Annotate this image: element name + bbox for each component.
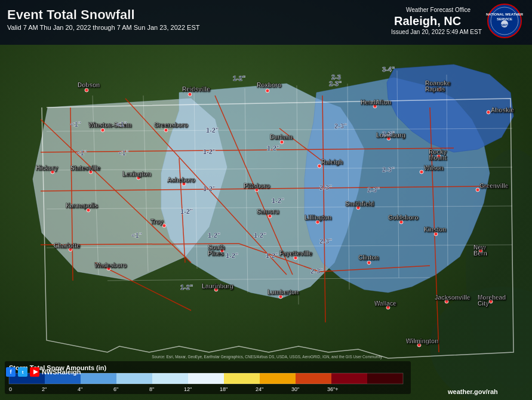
svg-text:1-2": 1-2" xyxy=(203,148,216,155)
svg-text:Fayetteville: Fayetteville xyxy=(279,250,312,257)
svg-text:Smithfield: Smithfield xyxy=(345,201,374,207)
svg-text:18": 18" xyxy=(220,386,227,392)
svg-text:NATIONAL WEATHER: NATIONAL WEATHER xyxy=(486,13,524,16)
svg-text:0: 0 xyxy=(9,386,12,392)
svg-text:Statesville: Statesville xyxy=(70,165,100,171)
svg-text:Wallace: Wallace xyxy=(374,300,396,307)
svg-rect-155 xyxy=(367,373,403,384)
svg-text:8": 8" xyxy=(149,386,154,392)
svg-rect-153 xyxy=(296,373,331,384)
svg-text:1-2": 1-2" xyxy=(208,232,220,239)
svg-text:Jacksonville: Jacksonville xyxy=(435,294,471,301)
svg-text:1-2": 1-2" xyxy=(267,144,279,152)
svg-text:Greensboro: Greensboro xyxy=(154,122,188,128)
svg-point-37 xyxy=(266,89,269,93)
svg-point-47 xyxy=(420,170,423,174)
svg-text:2-3": 2-3" xyxy=(382,130,395,137)
svg-text:Mount: Mount xyxy=(429,155,447,161)
svg-text:Laurinburg: Laurinburg xyxy=(202,283,233,290)
svg-text:1-2": 1-2" xyxy=(266,252,278,259)
svg-text:36"+: 36"+ xyxy=(327,386,338,392)
svg-rect-154 xyxy=(331,373,367,384)
svg-text:Raleigh: Raleigh xyxy=(321,159,343,165)
svg-text:1-2": 1-2" xyxy=(206,127,219,134)
svg-text:2-3": 2-3" xyxy=(367,186,380,193)
svg-text:Wadesboro: Wadesboro xyxy=(94,262,127,269)
svg-text:Clinton: Clinton xyxy=(358,254,379,261)
svg-text:HendAfton: HendAfton xyxy=(361,99,391,106)
svg-text:Dobson: Dobson xyxy=(78,82,100,88)
svg-point-66 xyxy=(367,261,371,264)
svg-text:Goldsboro: Goldsboro xyxy=(388,214,419,221)
svg-text:Lillington: Lillington xyxy=(305,214,331,221)
map-svg: Dobson Reidsville Roxboro Roanoke Rapids… xyxy=(0,0,532,400)
svg-text:1-2": 1-2" xyxy=(272,197,284,204)
issued-text: Issued Jan 20, 2022 5:49 AM EST xyxy=(391,29,482,35)
svg-text:Durham: Durham xyxy=(270,134,293,140)
svg-point-36 xyxy=(188,93,192,96)
svg-text:Samoru: Samoru xyxy=(257,208,279,215)
map-container: Dobson Reidsville Roxboro Roanoke Rapids… xyxy=(0,0,532,400)
map-title: Event Total Snowfall xyxy=(7,7,135,22)
svg-text:Asheboro: Asheboro xyxy=(167,177,195,183)
svg-point-39 xyxy=(487,110,490,114)
svg-text:30": 30" xyxy=(291,386,299,392)
svg-text:2-3": 2-3" xyxy=(319,238,332,245)
office-label: Weather Forecast Office xyxy=(406,7,471,13)
source-text: Source: Esri, Maxar, GeoEye, Earthstar G… xyxy=(152,355,383,359)
svg-text:NWS: NWS xyxy=(501,23,508,27)
svg-text:1-2": 1-2" xyxy=(226,252,238,259)
svg-text:6": 6" xyxy=(113,386,118,392)
svg-text:Hickory: Hickory xyxy=(36,165,58,171)
office-city: Raleigh, NC xyxy=(394,14,461,27)
social-handle: NWSRaleigh xyxy=(42,368,81,376)
svg-text:1-2": 1-2" xyxy=(233,75,245,82)
svg-rect-151 xyxy=(224,373,260,384)
svg-text:1-2": 1-2" xyxy=(180,284,193,291)
svg-text:2-3": 2-3" xyxy=(319,184,332,191)
svg-text:Greenville: Greenville xyxy=(479,183,509,189)
svg-text:t: t xyxy=(22,370,24,375)
svg-text:Lumberton: Lumberton xyxy=(267,289,299,296)
svg-rect-152 xyxy=(260,373,296,384)
svg-rect-150 xyxy=(188,373,224,384)
svg-text:Rapids: Rapids xyxy=(425,86,445,93)
svg-text:24": 24" xyxy=(256,386,263,392)
svg-rect-148 xyxy=(116,373,152,384)
svg-text:2-3": 2-3" xyxy=(310,267,323,275)
svg-text:Charlotte: Charlotte xyxy=(54,242,80,249)
svg-text:2": 2" xyxy=(42,386,47,392)
svg-point-35 xyxy=(85,88,88,92)
svg-text:Wilson: Wilson xyxy=(424,165,444,171)
svg-text:<1": <1" xyxy=(118,149,129,156)
svg-point-42 xyxy=(101,128,104,132)
svg-text:Kinston: Kinston xyxy=(424,226,446,233)
website: weather.gov/rah xyxy=(447,388,498,395)
svg-text:1-2": 1-2" xyxy=(180,208,193,215)
svg-text:2-3": 2-3" xyxy=(334,122,347,130)
svg-text:1-2": 1-2" xyxy=(254,232,266,239)
svg-text:Reidsville: Reidsville xyxy=(182,86,210,93)
svg-text:Pittsboro: Pittsboro xyxy=(244,183,270,189)
svg-text:<1": <1" xyxy=(131,232,142,239)
svg-point-43 xyxy=(164,128,168,132)
svg-text:Pines: Pines xyxy=(208,250,224,257)
svg-text:Roxboro: Roxboro xyxy=(257,82,281,88)
svg-text:City: City xyxy=(478,300,489,307)
svg-text:Kannapolis: Kannapolis xyxy=(66,202,98,209)
svg-text:Wilmington: Wilmington xyxy=(406,338,438,344)
svg-text:4": 4" xyxy=(78,386,82,392)
svg-text:Bern: Bern xyxy=(473,250,487,257)
svg-text:12": 12" xyxy=(184,386,192,392)
svg-text:Troy: Troy xyxy=(150,219,164,225)
valid-period: Valid 7 AM Thu Jan 20, 2022 through 7 AM… xyxy=(7,24,200,31)
svg-text:Ahoskie: Ahoskie xyxy=(491,107,514,113)
svg-text:<1": <1" xyxy=(76,149,87,156)
svg-text:2-3": 2-3" xyxy=(382,166,395,173)
svg-text:3-4": 3-4" xyxy=(382,66,395,73)
svg-text:<1": <1" xyxy=(116,121,127,128)
svg-text:Lexington: Lexington xyxy=(122,171,151,177)
svg-text:1-2": 1-2" xyxy=(203,185,216,192)
svg-text:<1": <1" xyxy=(70,121,81,128)
svg-text:2-3": 2-3" xyxy=(329,80,342,87)
